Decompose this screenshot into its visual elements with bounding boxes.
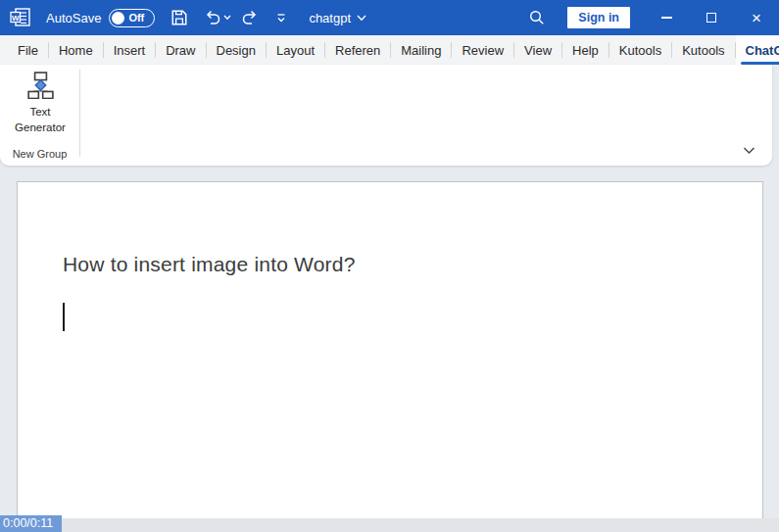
status-bar [0,518,779,532]
tab-kutools[interactable]: Kutools [609,35,671,65]
tab-insert[interactable]: Insert [104,35,156,65]
undo-icon [204,9,221,26]
tab-help[interactable]: Help [562,35,609,65]
maximize-icon [706,13,716,23]
group-caption: New Group [0,148,79,160]
close-icon: × [752,10,761,26]
undo-dropdown-chevron-icon [223,15,231,21]
ribbon-tab-row: FileHomeInsertDrawDesignLayoutReferenMai… [0,35,779,65]
ribbon-group-new-group: Text Generator New Group [0,65,79,166]
org-chart-icon [26,72,55,99]
autosave-state: Off [128,12,144,24]
autosave-label: AutoSave [46,11,101,25]
chevron-down-icon [357,15,366,22]
document-heading[interactable]: How to insert image into Word? [63,251,356,278]
titlebar: W AutoSave Off cha [0,0,779,35]
word-logo-icon: W [9,7,32,28]
ribbon-tabs-list: FileHomeInsertDrawDesignLayoutReferenMai… [8,35,779,65]
redo-button[interactable] [241,9,259,26]
undo-button[interactable] [204,9,231,26]
tab-file[interactable]: File [8,35,48,65]
autosave-toggle[interactable]: Off [109,9,155,27]
svg-text:W: W [12,14,20,23]
chevron-down-icon [743,147,755,155]
maximize-button[interactable] [689,0,734,35]
tab-kutools-2[interactable]: Kutools [672,35,734,65]
save-icon [170,9,188,26]
document-title: chatgpt [309,11,351,25]
text-generator-button[interactable]: Text Generator [5,72,75,135]
tab-home[interactable]: Home [49,35,103,65]
customize-quick-access-button[interactable] [275,13,287,24]
minimize-icon [661,17,672,18]
search-icon [528,9,546,26]
text-cursor [63,303,65,331]
customize-quick-access-icon [275,13,287,24]
tab-mailing[interactable]: Mailing [391,35,451,65]
tab-chatgp[interactable]: ChatGP [736,35,779,65]
tab-review[interactable]: Review [452,35,513,65]
group-divider [79,70,80,157]
document-page[interactable]: How to insert image into Word? [17,181,763,518]
save-button[interactable] [170,9,188,26]
sign-in-button[interactable]: Sign in [567,7,630,28]
tab-draw[interactable]: Draw [156,35,205,65]
tab-view[interactable]: View [514,35,561,65]
tab-design[interactable]: Design [207,35,266,65]
video-timestamp-overlay: 0:00/0:11 [0,515,62,532]
redo-icon [241,9,259,26]
minimize-button[interactable] [644,0,689,35]
document-title-dropdown[interactable]: chatgpt [309,11,366,25]
ribbon-panel: Text Generator New Group [0,65,772,166]
text-generator-label: Text Generator [8,104,73,135]
collapse-ribbon-button[interactable] [741,141,757,160]
tab-layout[interactable]: Layout [267,35,324,65]
close-button[interactable]: × [734,0,779,35]
autosave-toggle-knob [112,12,124,24]
search-button[interactable] [528,9,546,26]
tab-referen[interactable]: Referen [325,35,390,65]
